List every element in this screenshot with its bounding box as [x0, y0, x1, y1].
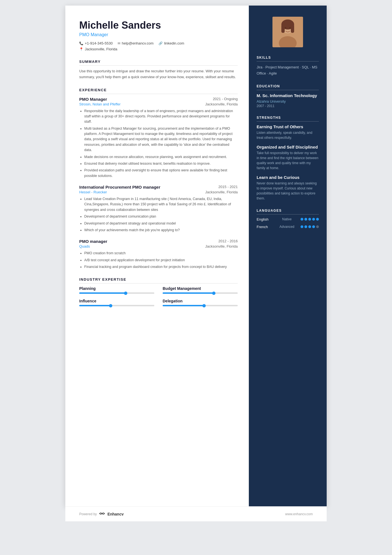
- expertise-planning: Planning: [79, 286, 154, 294]
- strength-item-3: Learn and be Curious Never done learning…: [257, 175, 319, 201]
- dot: [312, 225, 315, 228]
- lang-french-dots: [301, 225, 319, 228]
- dot: [304, 218, 307, 221]
- exp-company-1: Strosin, Nolan and Pfeffer: [79, 102, 121, 106]
- lang-english: English Native: [257, 217, 319, 221]
- lang-english-dots: [301, 218, 319, 221]
- bullet: Development of department strategy and o…: [84, 221, 238, 226]
- exp-company-2: Hessel - Ruecker: [79, 190, 107, 194]
- exp-role-2: International Procurement PMO manager: [79, 185, 160, 189]
- skills-section: SKILLS Jira · Project Management · SQL ·…: [257, 56, 319, 77]
- candidate-photo: [272, 17, 303, 47]
- link-icon: 🔗: [158, 41, 163, 45]
- strengths-title: STRENGTHS: [257, 116, 319, 122]
- edu-years: 2007 - 2011: [257, 104, 319, 108]
- footer-website: www.enhancv.com: [285, 512, 313, 516]
- candidate-name: Michelle Sanders: [79, 19, 238, 31]
- website-url: linkedin.com: [164, 41, 184, 45]
- email-address: help@enhancv.com: [122, 41, 153, 45]
- dot: [301, 218, 303, 221]
- exp-company-row-2: Hessel - Ruecker Jacksonville, Florida: [79, 190, 238, 194]
- experience-title: EXPERIENCE: [79, 88, 238, 94]
- email-icon: ✉: [118, 41, 120, 45]
- dot: [312, 218, 315, 221]
- expertise-delegation-bar: [163, 305, 238, 306]
- expertise-planning-label: Planning: [79, 286, 154, 291]
- strength-title-2: Organized and Self Disciplined: [257, 145, 319, 149]
- footer-left: Powered by Enhancv: [79, 512, 124, 516]
- bullet: Which of your achievements match the job…: [84, 228, 238, 233]
- strength-desc-3: Never done learning and always seeking t…: [257, 181, 319, 201]
- expertise-influence: Influence: [79, 299, 154, 306]
- exp-bullets-2: Lead Value Creation Program in 11 manifa…: [79, 196, 238, 233]
- expertise-delegation: Delegation: [163, 299, 238, 306]
- experience-section: EXPERIENCE PMO Manager 2021 - Ongoing St…: [79, 88, 238, 270]
- expertise-budget: Budget Management: [163, 286, 238, 294]
- photo-container: [257, 17, 319, 47]
- strength-item-2: Organized and Self Disciplined Take full…: [257, 145, 319, 171]
- website-contact: 🔗 linkedin.com: [158, 41, 184, 45]
- lang-french-name: French: [257, 225, 273, 229]
- expertise-grid: Planning Budget Management Influence: [79, 286, 238, 306]
- bullet: PMO creation from scratch: [84, 251, 238, 256]
- phone-icon: 📞: [79, 41, 83, 45]
- exp-company-row-1: Strosin, Nolan and Pfeffer Jacksonville,…: [79, 102, 238, 106]
- dot: [308, 218, 311, 221]
- exp-company-row-3: Quads Jacksonville, Florida: [79, 244, 238, 248]
- expertise-delegation-fill: [163, 305, 204, 306]
- bullet: Provided escalation paths and oversight …: [84, 168, 238, 179]
- bullet: Multi tasked as a Project Manager for so…: [84, 126, 238, 153]
- dot: [316, 225, 319, 228]
- strength-title-3: Learn and be Curious: [257, 175, 319, 180]
- expertise-section: INDUSTRY EXPERTISE Planning Budget Manag…: [79, 277, 238, 306]
- location-row: 📍 Jacksonville, Florida: [79, 47, 238, 51]
- exp-item-3: PMO manager 2012 - 2016 Quads Jacksonvil…: [79, 239, 238, 270]
- lang-english-name: English: [257, 217, 273, 221]
- bullet: Lead Value Creation Program in 11 manifa…: [84, 196, 238, 213]
- exp-location-3: Jacksonville, Florida: [205, 244, 238, 248]
- exp-item-2: International Procurement PMO manager 20…: [79, 185, 238, 233]
- edu-school: Alzahra University: [257, 99, 319, 103]
- strength-item-1: Earning Trust of Others Listen attentive…: [257, 124, 319, 140]
- bullet: A/B test concept and application develop…: [84, 258, 238, 263]
- dot: [308, 225, 311, 228]
- skills-title: SKILLS: [257, 56, 319, 61]
- languages-section: LANGUAGES English Native French Advanced: [257, 209, 319, 229]
- expertise-planning-bar: [79, 292, 154, 294]
- contact-info: 📞 +1-914-345-5530 ✉ help@enhancv.com 🔗 l…: [79, 41, 238, 45]
- brand-name: Enhancv: [107, 512, 123, 516]
- svg-point-6: [285, 27, 286, 29]
- svg-point-7: [289, 27, 291, 29]
- edu-degree: M. Sc. Information Technology: [257, 93, 319, 98]
- exp-company-3: Quads: [79, 244, 90, 248]
- exp-location-2: Jacksonville, Florida: [205, 190, 238, 194]
- bullet: Development of department comunication p…: [84, 214, 238, 219]
- bullet: Responsible for the daily leadership of …: [84, 108, 238, 125]
- right-column: SKILLS Jira · Project Management · SQL ·…: [249, 6, 327, 506]
- expertise-title: INDUSTRY EXPERTISE: [79, 277, 238, 283]
- exp-item-1: PMO Manager 2021 - Ongoing Strosin, Nola…: [79, 97, 238, 179]
- expertise-influence-label: Influence: [79, 299, 154, 303]
- exp-dates-1: 2021 - Ongoing: [213, 97, 238, 101]
- expertise-budget-bar: [163, 292, 238, 294]
- education-section: EDUCATION M. Sc. Information Technology …: [257, 84, 319, 108]
- expertise-delegation-label: Delegation: [163, 299, 238, 303]
- education-title: EDUCATION: [257, 84, 319, 90]
- strength-desc-2: Take full responsibility to deliver my w…: [257, 151, 319, 171]
- svg-rect-4: [281, 24, 285, 33]
- exp-header-2: International Procurement PMO manager 20…: [79, 185, 238, 189]
- exp-header-1: PMO Manager 2021 - Ongoing: [79, 97, 238, 102]
- dot: [304, 225, 307, 228]
- powered-by-text: Powered by: [79, 512, 97, 516]
- strength-desc-1: Listen attentively, speak candidly, and …: [257, 130, 319, 140]
- bullet: Financial tracking and program dashboard…: [84, 264, 238, 270]
- email-contact: ✉ help@enhancv.com: [118, 41, 153, 45]
- summary-section: SUMMARY Use this opportunity to intrigue…: [79, 60, 238, 80]
- expertise-influence-bar: [79, 305, 154, 306]
- location-icon: 📍: [79, 47, 83, 51]
- expertise-budget-fill: [163, 292, 214, 294]
- exp-dates-2: 2015 - 2021: [219, 185, 238, 189]
- strength-title-1: Earning Trust of Others: [257, 124, 319, 129]
- languages-title: LANGUAGES: [257, 209, 319, 214]
- bullet: Made decisions on resource allocation, r…: [84, 154, 238, 160]
